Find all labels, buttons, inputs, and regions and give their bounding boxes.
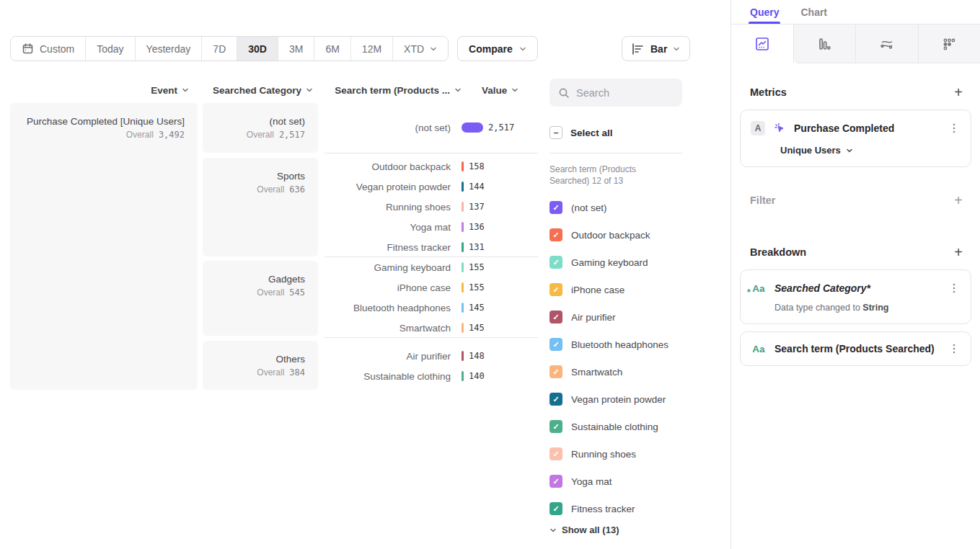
legend-item-running-shoes[interactable]: ✓Running shoes <box>549 440 682 468</box>
event-cell[interactable]: Purchase Completed [Unique Users] Overal… <box>10 103 198 390</box>
legend-item-outdoor-backpack[interactable]: ✓Outdoor backpack <box>549 221 682 249</box>
date-range-7d[interactable]: 7D <box>202 37 237 61</box>
term-row-yoga-mat[interactable]: Yoga mat136 <box>325 217 541 237</box>
term-row-gaming-keyboard[interactable]: Gaming keyboard155 <box>325 257 541 277</box>
term-row-bluetooth-headphones[interactable]: Bluetooth headphones145 <box>325 298 541 318</box>
tab-query[interactable]: Query <box>750 0 779 24</box>
term-row-iphone-case[interactable]: iPhone case155 <box>325 277 541 298</box>
select-all-row[interactable]: – Select all <box>549 125 682 140</box>
column-header-event[interactable]: Event <box>10 84 189 96</box>
series-checkbox[interactable]: ✓ <box>549 311 562 323</box>
legend-search-box[interactable] <box>549 79 682 107</box>
chart-type-button[interactable]: Bar <box>622 36 690 61</box>
date-range-12m[interactable]: 12M <box>351 37 393 61</box>
flows-tab[interactable] <box>855 24 918 63</box>
date-range-30d[interactable]: 30D <box>237 37 278 61</box>
column-header-search-term[interactable]: Search term (Products ... <box>303 84 462 96</box>
legend-item-not-set[interactable]: ✓(not set) <box>549 194 682 221</box>
category-cell-others[interactable]: Others Overall384 <box>203 341 318 390</box>
legend-item-iphone-case[interactable]: ✓iPhone case <box>549 276 682 303</box>
metric-mode-selector[interactable]: Unique Users <box>780 145 961 156</box>
term-row-not-set[interactable]: (not set)2,517 <box>325 117 541 138</box>
column-header-searched-category[interactable]: Searched Category <box>203 84 313 96</box>
metric-card[interactable]: A Purchase Completed Unique Users <box>740 110 971 167</box>
legend-item-air-purifier[interactable]: ✓Air purifier <box>549 303 682 331</box>
legend-context-label: Search term (Products Searched) 12 of 13 <box>549 164 672 187</box>
date-range-3m[interactable]: 3M <box>278 37 314 61</box>
date-range-group: CustomTodayYesterday7D30D3M6M12MXTD <box>10 36 449 61</box>
category-cell-sports[interactable]: Sports Overall636 <box>203 158 318 256</box>
flows-icon <box>879 36 895 52</box>
breakdown-card-search-term[interactable]: Aa Search term (Products Searched) <box>740 331 971 366</box>
search-input[interactable] <box>576 87 663 99</box>
series-checkbox[interactable]: ✓ <box>549 283 562 296</box>
category-cell-not-set[interactable]: (not set) Overall2,517 <box>203 103 318 153</box>
category-cell-gadgets[interactable]: Gadgets Overall545 <box>203 261 318 336</box>
legend-item-yoga-mat[interactable]: ✓Yoga mat <box>549 468 682 495</box>
retention-tab[interactable] <box>918 24 980 63</box>
term-row-fitness-tracker[interactable]: Fitness tracker131 <box>325 237 541 257</box>
legend-item-gaming-keyboard[interactable]: ✓Gaming keyboard <box>549 249 682 276</box>
term-row-smartwatch[interactable]: Smartwatch145 <box>325 318 541 338</box>
add-metric-button[interactable]: + <box>954 85 963 99</box>
series-checkbox[interactable]: ✓ <box>549 502 562 515</box>
tab-chart[interactable]: Chart <box>800 0 827 24</box>
legend-panel: – Select all Search term (Products Searc… <box>549 79 682 535</box>
breakdown-title: Breakdown <box>750 246 806 258</box>
date-range-xtd[interactable]: XTD <box>393 37 448 61</box>
breakdown-card-searched-category[interactable]: Aa* Searched Category* Data type changed… <box>740 269 971 324</box>
legend-item-label: Vegan protein powder <box>571 394 666 405</box>
series-checkbox[interactable]: ✓ <box>549 228 562 241</box>
series-checkbox[interactable]: ✓ <box>549 393 562 406</box>
term-row-running-shoes[interactable]: Running shoes137 <box>325 197 541 217</box>
legend-item-vegan-protein-powder[interactable]: ✓Vegan protein powder <box>549 385 682 413</box>
date-range-yesterday[interactable]: Yesterday <box>136 37 203 61</box>
term-row-outdoor-backpack[interactable]: Outdoor backpack158 <box>325 156 541 177</box>
series-checkbox[interactable]: ✓ <box>549 256 562 269</box>
term-row-air-purifier[interactable]: Air purifier148 <box>325 346 541 366</box>
chevron-down-icon <box>182 86 189 94</box>
date-toolbar: CustomTodayYesterday7D30D3M6M12MXTD Comp… <box>10 36 538 61</box>
term-row-sustainable-clothing[interactable]: Sustainable clothing140 <box>325 366 541 386</box>
compare-button[interactable]: Compare <box>457 36 538 61</box>
value-bar <box>462 351 464 361</box>
breakdown-options-button[interactable] <box>948 342 961 356</box>
compare-label: Compare <box>469 43 513 55</box>
value-bar <box>462 262 464 272</box>
add-breakdown-button[interactable]: + <box>954 245 963 259</box>
series-checkbox[interactable]: ✓ <box>549 475 562 488</box>
series-checkbox[interactable]: ✓ <box>549 338 562 351</box>
series-checkbox[interactable]: ✓ <box>549 201 562 214</box>
metric-options-button[interactable] <box>948 121 961 135</box>
group-divider <box>325 337 538 338</box>
series-checkbox[interactable]: ✓ <box>549 365 562 378</box>
series-checkbox[interactable]: ✓ <box>549 420 562 433</box>
show-all-toggle[interactable]: Show all (13) <box>549 525 682 535</box>
legend-item-bluetooth-headphones[interactable]: ✓Bluetooth headphones <box>549 331 682 358</box>
term-label: Yoga mat <box>325 222 462 233</box>
insights-tab[interactable] <box>731 24 794 63</box>
metric-series-badge: A <box>751 121 765 135</box>
legend-item-sustainable-clothing[interactable]: ✓Sustainable clothing <box>549 413 682 440</box>
select-all-checkbox[interactable]: – <box>549 126 562 139</box>
legend-item-fitness-tracker[interactable]: ✓Fitness tracker <box>549 495 682 522</box>
funnels-tab[interactable] <box>794 24 856 63</box>
funnels-icon <box>816 36 832 52</box>
chevron-down-icon <box>430 45 437 53</box>
date-range-custom[interactable]: Custom <box>11 37 86 61</box>
date-range-6m[interactable]: 6M <box>314 37 350 61</box>
add-filter-button[interactable]: + <box>954 193 963 207</box>
breakdown-options-button[interactable] <box>948 281 961 295</box>
legend-item-label: Fitness tracker <box>571 504 635 514</box>
legend-item-smartwatch[interactable]: ✓Smartwatch <box>549 358 682 385</box>
metrics-title: Metrics <box>750 86 787 98</box>
event-spark-icon <box>773 122 786 135</box>
term-value: 158 <box>469 161 485 171</box>
date-range-today[interactable]: Today <box>86 37 135 61</box>
column-header-value[interactable]: Value <box>482 84 532 96</box>
query-result-panel: CustomTodayYesterday7D30D3M6M12MXTD Comp… <box>0 0 730 549</box>
term-row-vegan-protein-powder[interactable]: Vegan protein powder144 <box>325 177 541 197</box>
series-checkbox[interactable]: ✓ <box>549 447 562 460</box>
legend-item-label: iPhone case <box>571 285 624 295</box>
legend-item-label: Gaming keyboard <box>571 257 648 268</box>
